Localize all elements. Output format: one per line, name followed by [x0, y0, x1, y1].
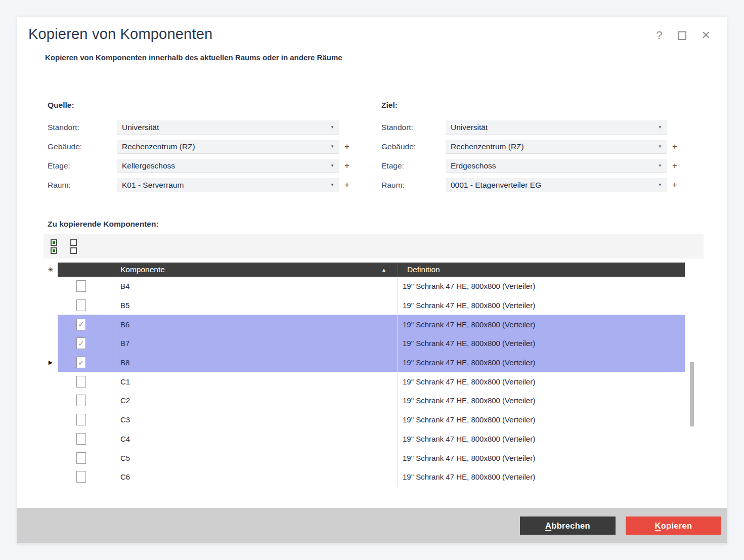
table-row[interactable]: C5 19" Schrank 47 HE, 800x800 (Verteiler… — [43, 448, 707, 467]
combo-value: Universität — [122, 123, 159, 132]
form-field-row: Standort: Universität ▼ + — [381, 118, 682, 137]
chevron-down-icon: ▼ — [658, 163, 662, 168]
combo-box[interactable]: Kellergeschoss ▼ — [117, 159, 339, 173]
combo-box[interactable]: Erdgeschoss ▼ — [446, 159, 667, 173]
row-checkbox[interactable]: ✓ — [76, 357, 86, 368]
chevron-down-icon: ▼ — [330, 183, 334, 187]
row-checkbox[interactable] — [76, 299, 86, 311]
definition-cell: 19" Schrank 47 HE, 800x800 (Verteiler) — [398, 353, 685, 372]
header-marker-icon: ✳ — [43, 263, 58, 277]
table-row[interactable]: C3 19" Schrank 47 HE, 800x800 (Verteiler… — [43, 410, 707, 429]
current-row-indicator — [43, 296, 58, 315]
add-button[interactable]: + — [667, 161, 682, 171]
button-mnemonic: A — [545, 521, 551, 530]
add-button[interactable]: + — [339, 161, 355, 171]
checkbox-cell — [58, 277, 114, 296]
combo-box[interactable]: K01 - Serverraum ▼ — [117, 178, 339, 192]
definition-cell: 19" Schrank 47 HE, 800x800 (Verteiler) — [398, 429, 685, 449]
combo-box[interactable]: 0001 - Etagenverteiler EG ▼ — [446, 178, 667, 192]
checkbox-cell — [58, 410, 114, 429]
chevron-down-icon: ▼ — [658, 125, 662, 130]
row-checkbox[interactable] — [76, 433, 86, 445]
add-button[interactable]: + — [339, 142, 355, 152]
table-row[interactable]: ✓ B6 19" Schrank 47 HE, 800x800 (Verteil… — [43, 315, 707, 334]
field-label: Gebäude: — [381, 142, 446, 151]
cancel-button[interactable]: Abbrechen — [520, 516, 616, 535]
table-row[interactable]: C1 19" Schrank 47 HE, 800x800 (Verteiler… — [43, 372, 707, 391]
add-button[interactable]: + — [667, 180, 682, 190]
combo-box[interactable]: Universität ▼ — [446, 120, 667, 135]
close-icon[interactable]: ✕ — [702, 30, 711, 41]
definition-cell: 19" Schrank 47 HE, 800x800 (Verteiler) — [398, 410, 685, 429]
component-cell: B6 — [114, 315, 398, 334]
table-header: ✳ Komponente ▲ Definition — [43, 263, 707, 277]
dialog-subtitle: Kopieren von Komponenten innerhalb des a… — [45, 53, 342, 62]
target-fields: Standort: Universität ▼ + Gebäude: Reche… — [381, 118, 682, 195]
component-cell: B4 — [114, 277, 398, 296]
field-label: Standort: — [381, 123, 446, 132]
row-checkbox[interactable] — [76, 395, 86, 406]
form-field-row: Etage: Kellergeschoss ▼ + — [48, 156, 355, 176]
add-button[interactable]: + — [339, 180, 355, 190]
row-checkbox[interactable] — [76, 280, 86, 292]
table-row[interactable]: C6 19" Schrank 47 HE, 800x800 (Verteiler… — [43, 467, 707, 487]
combo-box[interactable]: Rechenzentrum (RZ) ▼ — [446, 140, 667, 154]
table-row[interactable]: B4 19" Schrank 47 HE, 800x800 (Verteiler… — [43, 277, 707, 296]
help-icon[interactable]: ? — [656, 30, 662, 41]
table-row[interactable]: B5 19" Schrank 47 HE, 800x800 (Verteiler… — [43, 296, 707, 315]
form-field-row: Raum: K01 - Serverraum ▼ + — [48, 176, 355, 195]
field-label: Raum: — [48, 181, 117, 190]
table-row[interactable]: ✓ B7 19" Schrank 47 HE, 800x800 (Verteil… — [43, 334, 707, 353]
source-section: Quelle: Standort: Universität ▼ + Gebäud… — [48, 101, 355, 195]
row-checkbox[interactable]: ✓ — [76, 337, 86, 349]
combo-box[interactable]: Universität ▼ — [117, 120, 339, 135]
row-checkbox[interactable] — [76, 414, 86, 425]
dialog-title: Kopieren von Komponenten — [28, 26, 212, 42]
definition-cell: 19" Schrank 47 HE, 800x800 (Verteiler) — [398, 391, 685, 410]
deselect-all-button[interactable] — [70, 239, 77, 254]
table-row[interactable]: C4 19" Schrank 47 HE, 800x800 (Verteiler… — [43, 429, 707, 449]
chevron-down-icon: ▼ — [330, 163, 334, 168]
current-row-indicator — [43, 315, 58, 334]
button-label: bbrechen — [551, 521, 590, 530]
unchecked-square-icon — [70, 239, 77, 246]
checkbox-cell — [58, 467, 114, 487]
combo-value: Rechenzentrum (RZ) — [122, 142, 195, 151]
current-row-indicator: ▶ — [43, 353, 58, 372]
component-cell: C1 — [114, 372, 398, 391]
component-table-body: B4 19" Schrank 47 HE, 800x800 (Verteiler… — [43, 277, 707, 487]
button-label: opieren — [661, 521, 692, 530]
component-cell: C6 — [114, 467, 398, 487]
row-checkbox[interactable] — [76, 452, 86, 464]
chevron-down-icon: ▼ — [658, 183, 662, 187]
table-row[interactable]: C2 19" Schrank 47 HE, 800x800 (Verteiler… — [43, 391, 707, 410]
add-button[interactable]: + — [667, 142, 682, 152]
current-row-indicator — [43, 334, 58, 353]
field-label: Etage: — [381, 161, 446, 170]
combo-box[interactable]: Rechenzentrum (RZ) ▼ — [117, 140, 339, 154]
row-checkbox[interactable]: ✓ — [76, 319, 86, 330]
column-header-komponente[interactable]: Komponente ▲ — [58, 263, 398, 277]
checkbox-cell — [58, 429, 114, 449]
source-heading: Quelle: — [48, 101, 355, 110]
row-checkbox[interactable] — [76, 376, 86, 387]
vertical-scrollbar-thumb[interactable] — [690, 362, 694, 426]
form-field-row: Gebäude: Rechenzentrum (RZ) ▼ + — [48, 137, 355, 156]
select-all-button[interactable] — [51, 239, 57, 254]
definition-cell: 19" Schrank 47 HE, 800x800 (Verteiler) — [398, 334, 685, 353]
table-row[interactable]: ▶ ✓ B8 19" Schrank 47 HE, 800x800 (Verte… — [43, 353, 707, 372]
form-field-row: Gebäude: Rechenzentrum (RZ) ▼ + — [381, 137, 682, 156]
copy-button[interactable]: Kopieren — [626, 516, 721, 535]
maximize-icon[interactable] — [678, 31, 686, 40]
combo-value: Universität — [451, 123, 488, 132]
window-controls: ? ✕ — [656, 30, 711, 41]
combo-value: Kellergeschoss — [122, 161, 175, 170]
field-label: Standort: — [48, 123, 117, 132]
checked-square-icon — [51, 239, 57, 246]
target-heading: Ziel: — [381, 101, 682, 110]
checkbox-cell: ✓ — [58, 334, 114, 353]
current-row-indicator — [43, 277, 58, 296]
column-header-definition[interactable]: Definition — [398, 263, 685, 277]
row-checkbox[interactable] — [76, 471, 86, 483]
definition-cell: 19" Schrank 47 HE, 800x800 (Verteiler) — [398, 448, 685, 467]
